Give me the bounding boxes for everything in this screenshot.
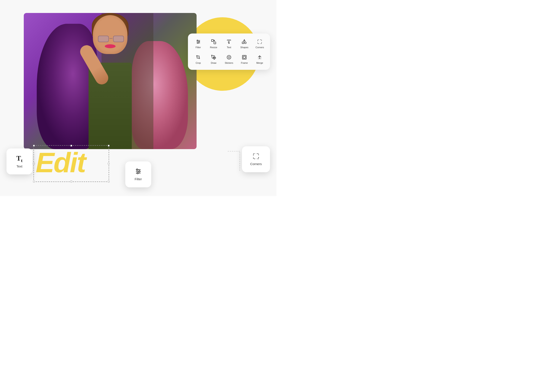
frame-label: Frame (241, 62, 248, 64)
svg-point-5 (197, 42, 198, 43)
svg-point-3 (197, 40, 198, 41)
tool-frame[interactable]: Frame (238, 53, 251, 66)
tool-stickers[interactable]: Stickers (222, 53, 236, 66)
draw-icon (211, 55, 216, 61)
main-toolbar-card: Filter Resize Tt Text (188, 34, 270, 70)
glass-right (113, 36, 124, 42)
svg-rect-16 (242, 55, 246, 59)
svg-point-10 (244, 42, 246, 44)
handle-bottom-right[interactable] (108, 181, 110, 182)
fur-coat-left (37, 24, 97, 149)
corners-card-label: Corners (250, 162, 262, 166)
svg-point-4 (199, 41, 200, 42)
tool-text[interactable]: Tt Text (222, 37, 236, 51)
handle-top-left[interactable] (33, 145, 35, 147)
stickers-icon (226, 55, 232, 61)
corners-icon (257, 39, 262, 45)
frame-icon (242, 55, 247, 61)
handle-mid-right[interactable] (108, 163, 110, 164)
stickers-label: Stickers (225, 62, 233, 64)
svg-point-14 (228, 57, 228, 57)
svg-point-23 (137, 172, 138, 174)
filter-icon (196, 39, 201, 45)
text-icon: Tt (226, 39, 232, 45)
svg-rect-6 (212, 40, 214, 42)
merge-label: Merge (256, 62, 263, 64)
svg-text:Tt: Tt (228, 41, 230, 43)
svg-rect-17 (243, 56, 245, 58)
filter-card-icon (135, 168, 142, 176)
text-tool-label: Text (227, 46, 231, 49)
filter-label: Filter (195, 46, 201, 49)
shapes-icon (242, 39, 247, 45)
tool-merge[interactable]: Merge (253, 53, 267, 66)
merge-icon (257, 55, 262, 61)
tool-draw[interactable]: Draw (207, 53, 220, 66)
resize-label: Resize (210, 46, 217, 49)
tool-crop[interactable]: Crop (191, 53, 205, 66)
svg-point-12 (213, 57, 214, 58)
glass-bridge (110, 38, 112, 39)
svg-point-22 (139, 171, 140, 172)
handle-mid-left[interactable] (33, 163, 35, 164)
svg-rect-7 (214, 42, 216, 44)
svg-point-21 (136, 169, 138, 170)
tool-corners[interactable]: Corners (253, 37, 267, 51)
text-card-label: Text (16, 164, 22, 168)
photo-canvas[interactable] (24, 13, 197, 149)
person-lips (105, 44, 116, 48)
filter-floating-card[interactable]: Filter (125, 161, 151, 187)
svg-point-13 (227, 55, 231, 59)
handle-bottom-left[interactable] (33, 181, 35, 182)
tool-filter[interactable]: Filter (191, 37, 205, 51)
person-head (93, 15, 127, 54)
crop-icon (196, 55, 201, 61)
shapes-label: Shapes (240, 46, 249, 49)
handle-top-mid[interactable] (70, 145, 72, 147)
sunglasses (98, 36, 124, 42)
svg-point-15 (229, 57, 230, 57)
corners-label: Corners (256, 46, 264, 49)
resize-icon (211, 39, 216, 45)
glass-left (98, 36, 109, 42)
corners-card-icon (253, 153, 259, 161)
svg-rect-11 (242, 42, 244, 44)
tool-resize[interactable]: Resize (207, 37, 220, 51)
handle-top-right[interactable] (108, 145, 110, 147)
draw-label: Draw (211, 62, 216, 64)
handle-bottom-mid[interactable] (70, 181, 72, 182)
text-card-icon: Tt (16, 155, 23, 163)
filter-card-label: Filter (135, 177, 142, 181)
tool-shapes[interactable]: Shapes (238, 37, 251, 51)
text-floating-card[interactable]: Tt Text (7, 148, 32, 174)
corners-floating-card[interactable]: Corners (242, 146, 270, 172)
crop-label: Crop (196, 62, 201, 64)
text-selection-box (34, 145, 109, 182)
